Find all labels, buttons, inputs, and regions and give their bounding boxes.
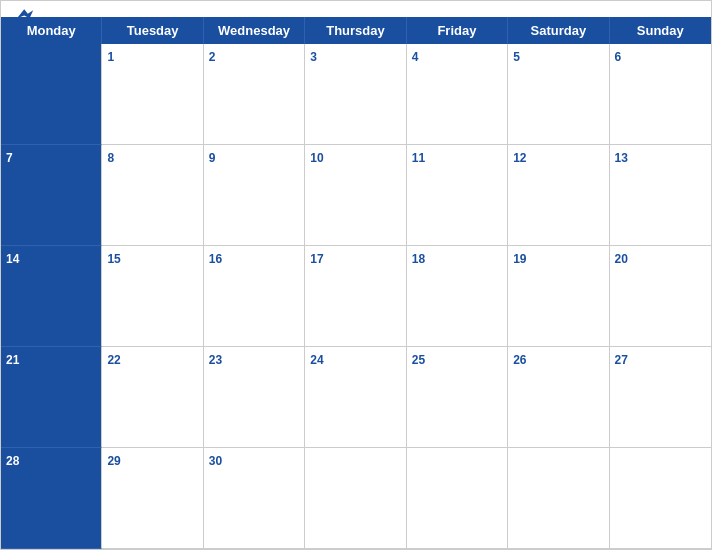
day-header-wednesday: Wednesday bbox=[204, 17, 305, 44]
day-cell: 18 bbox=[407, 246, 508, 347]
day-number: 24 bbox=[310, 353, 323, 367]
svg-marker-0 bbox=[17, 9, 33, 18]
day-cell: 19 bbox=[508, 246, 609, 347]
logo-blue-text bbox=[17, 9, 37, 23]
day-number: 4 bbox=[412, 50, 419, 64]
day-cell: 23 bbox=[204, 347, 305, 448]
day-cell: 5 bbox=[508, 44, 609, 145]
day-number: 8 bbox=[107, 151, 114, 165]
day-cell: 7 bbox=[1, 145, 102, 246]
day-cell: 28 bbox=[1, 448, 102, 549]
day-cell: 29 bbox=[102, 448, 203, 549]
day-cell: 20 bbox=[610, 246, 711, 347]
calendar-container: MondayTuesdayWednesdayThursdayFridaySatu… bbox=[0, 0, 712, 550]
calendar-header bbox=[1, 1, 711, 17]
day-cell: 21 bbox=[1, 347, 102, 448]
day-number: 1 bbox=[107, 50, 114, 64]
day-number: 14 bbox=[6, 252, 19, 266]
day-number: 21 bbox=[6, 353, 19, 367]
day-cell bbox=[508, 448, 609, 549]
day-cell: 13 bbox=[610, 145, 711, 246]
day-number: 28 bbox=[6, 454, 19, 468]
day-cell bbox=[610, 448, 711, 549]
day-cell: 6 bbox=[610, 44, 711, 145]
day-number: 27 bbox=[615, 353, 628, 367]
day-number: 17 bbox=[310, 252, 323, 266]
day-cell: 30 bbox=[204, 448, 305, 549]
day-cell bbox=[305, 448, 406, 549]
day-cell: 11 bbox=[407, 145, 508, 246]
day-cell: 1 bbox=[102, 44, 203, 145]
day-cell: 4 bbox=[407, 44, 508, 145]
day-number: 29 bbox=[107, 454, 120, 468]
day-number: 15 bbox=[107, 252, 120, 266]
day-cell: 10 bbox=[305, 145, 406, 246]
day-number: 6 bbox=[615, 50, 622, 64]
day-number: 12 bbox=[513, 151, 526, 165]
day-number: 22 bbox=[107, 353, 120, 367]
day-number: 3 bbox=[310, 50, 317, 64]
day-cell: 16 bbox=[204, 246, 305, 347]
day-cell: 9 bbox=[204, 145, 305, 246]
day-cell bbox=[1, 44, 102, 145]
day-number: 13 bbox=[615, 151, 628, 165]
day-number: 11 bbox=[412, 151, 425, 165]
day-header-saturday: Saturday bbox=[508, 17, 609, 44]
day-number: 19 bbox=[513, 252, 526, 266]
day-cell: 8 bbox=[102, 145, 203, 246]
day-number: 2 bbox=[209, 50, 216, 64]
day-number: 10 bbox=[310, 151, 323, 165]
day-header-sunday: Sunday bbox=[610, 17, 711, 44]
logo bbox=[17, 9, 37, 23]
day-number: 25 bbox=[412, 353, 425, 367]
day-header-friday: Friday bbox=[407, 17, 508, 44]
day-header-tuesday: Tuesday bbox=[102, 17, 203, 44]
day-number: 5 bbox=[513, 50, 520, 64]
day-cell: 14 bbox=[1, 246, 102, 347]
day-number: 9 bbox=[209, 151, 216, 165]
logo-bird-icon bbox=[17, 9, 35, 23]
day-number: 7 bbox=[6, 151, 13, 165]
calendar-grid: 1234567891011121314151617181920212223242… bbox=[1, 44, 711, 549]
day-header-thursday: Thursday bbox=[305, 17, 406, 44]
day-cell: 12 bbox=[508, 145, 609, 246]
day-number: 30 bbox=[209, 454, 222, 468]
day-cell: 2 bbox=[204, 44, 305, 145]
day-cell: 25 bbox=[407, 347, 508, 448]
day-number: 18 bbox=[412, 252, 425, 266]
day-number: 20 bbox=[615, 252, 628, 266]
day-number: 16 bbox=[209, 252, 222, 266]
day-cell: 27 bbox=[610, 347, 711, 448]
day-cell: 26 bbox=[508, 347, 609, 448]
day-cell: 3 bbox=[305, 44, 406, 145]
day-cell: 24 bbox=[305, 347, 406, 448]
days-header: MondayTuesdayWednesdayThursdayFridaySatu… bbox=[1, 17, 711, 44]
day-cell: 17 bbox=[305, 246, 406, 347]
day-cell: 15 bbox=[102, 246, 203, 347]
day-number: 26 bbox=[513, 353, 526, 367]
day-cell: 22 bbox=[102, 347, 203, 448]
day-number: 23 bbox=[209, 353, 222, 367]
day-cell bbox=[407, 448, 508, 549]
